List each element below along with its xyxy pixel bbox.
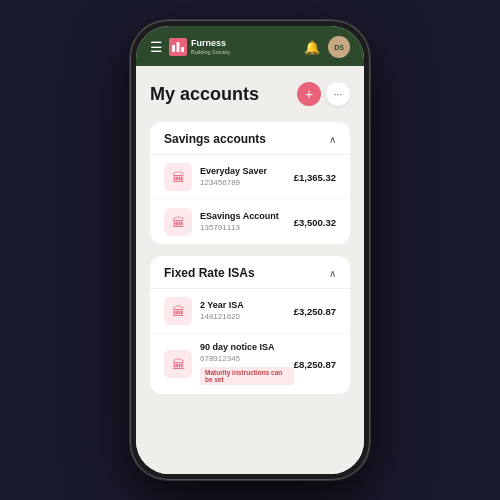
account-name: Everyday Saver: [200, 166, 294, 178]
hamburger-icon[interactable]: ☰: [150, 39, 163, 55]
account-balance: £3,250.87: [294, 306, 336, 317]
phone-screen: ☰ Furness Building Society 🔔: [136, 26, 364, 474]
savings-chevron-up-icon: ∧: [329, 134, 336, 145]
isas-section: Fixed Rate ISAs ∧ 🏛 2 Year ISA 148121620…: [150, 256, 350, 394]
account-right: £8,250.87: [294, 359, 336, 370]
bank-icon: 🏛: [172, 304, 185, 319]
svg-rect-2: [177, 42, 180, 52]
logo-text: Furness Building Society: [191, 39, 230, 55]
account-item[interactable]: 🏛 ESavings Account 135791113 £3,500.32: [150, 200, 350, 244]
bank-icon: 🏛: [172, 170, 185, 185]
account-info: ESavings Account 135791113: [200, 211, 294, 233]
account-info: 2 Year ISA 148121620: [200, 300, 294, 322]
account-item[interactable]: 🏛 Everyday Saver 123456789 £1,365.32: [150, 155, 350, 200]
app-subtitle: Building Society: [191, 49, 230, 55]
logo-area: Furness Building Society: [169, 38, 230, 56]
logo-icon: [169, 38, 187, 56]
account-icon-wrap: 🏛: [164, 163, 192, 191]
bank-icon: 🏛: [172, 215, 185, 230]
savings-section-title: Savings accounts: [164, 132, 266, 146]
account-name: ESavings Account: [200, 211, 294, 223]
main-content: My accounts + ··· Savings accounts ∧: [136, 66, 364, 474]
header-right: 🔔 DS: [304, 36, 350, 58]
isas-chevron-up-icon: ∧: [329, 268, 336, 279]
header-left: ☰ Furness Building Society: [150, 38, 230, 56]
isas-section-title: Fixed Rate ISAs: [164, 266, 255, 280]
savings-section: Savings accounts ∧ 🏛 Everyday Saver 1234…: [150, 122, 350, 244]
account-info: 90 day notice ISA 678912345 Maturity ins…: [200, 342, 294, 386]
bank-icon: 🏛: [172, 357, 185, 372]
svg-rect-1: [172, 45, 175, 52]
account-number: 123456789: [200, 178, 294, 188]
account-number: 678912345: [200, 354, 294, 364]
account-info: Everyday Saver 123456789: [200, 166, 294, 188]
account-icon-wrap: 🏛: [164, 208, 192, 236]
account-icon-wrap: 🏛: [164, 350, 192, 378]
bell-icon[interactable]: 🔔: [304, 40, 320, 55]
phone-device: ☰ Furness Building Society 🔔: [130, 20, 370, 480]
account-balance: £3,500.32: [294, 217, 336, 228]
isas-section-header[interactable]: Fixed Rate ISAs ∧: [150, 256, 350, 289]
account-number: 148121620: [200, 312, 294, 322]
account-right: £1,365.32: [294, 172, 336, 183]
account-right: £3,250.87: [294, 306, 336, 317]
savings-section-header[interactable]: Savings accounts ∧: [150, 122, 350, 155]
add-account-button[interactable]: +: [297, 82, 321, 106]
more-options-button[interactable]: ···: [326, 82, 350, 106]
account-icon-wrap: 🏛: [164, 297, 192, 325]
account-number: 135791113: [200, 223, 294, 233]
account-balance: £8,250.87: [294, 359, 336, 370]
account-balance: £1,365.32: [294, 172, 336, 183]
app-header: ☰ Furness Building Society 🔔: [136, 26, 364, 66]
svg-rect-3: [181, 47, 184, 52]
account-item[interactable]: 🏛 2 Year ISA 148121620 £3,250.87: [150, 289, 350, 334]
maturity-badge: Maturity instructions can be set: [200, 367, 294, 385]
title-actions: + ···: [297, 82, 350, 106]
account-item[interactable]: 🏛 90 day notice ISA 678912345 Maturity i…: [150, 334, 350, 394]
page-title-row: My accounts + ···: [150, 82, 350, 106]
page-title: My accounts: [150, 84, 259, 105]
avatar[interactable]: DS: [328, 36, 350, 58]
account-name: 90 day notice ISA: [200, 342, 294, 354]
app-name: Furness: [191, 39, 230, 49]
account-name: 2 Year ISA: [200, 300, 294, 312]
account-right: £3,500.32: [294, 217, 336, 228]
